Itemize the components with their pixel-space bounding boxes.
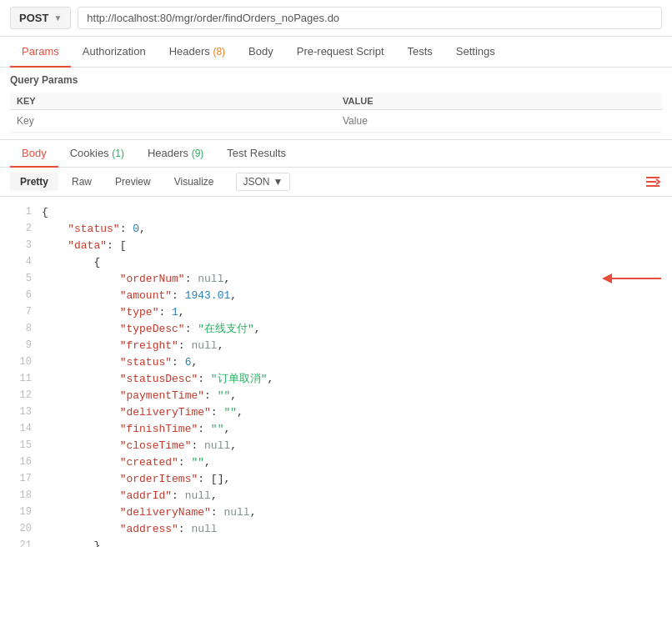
json-line: 5 "orderNum": null, xyxy=(0,270,672,287)
cookies-badge: (1) xyxy=(112,148,124,159)
line-content: "address": null xyxy=(42,523,665,535)
json-line: 10 "status": 6, xyxy=(0,354,672,370)
json-line: 11 "statusDesc": "订单取消", xyxy=(0,370,672,387)
format-type-label: JSON xyxy=(243,176,270,188)
line-number: 21 xyxy=(7,539,32,547)
line-number: 14 xyxy=(7,423,32,434)
line-content: "created": "", xyxy=(42,456,665,469)
json-line: 20 "address": null xyxy=(0,520,672,537)
json-line: 8 "typeDesc": "在线支付", xyxy=(0,320,672,337)
method-name: POST xyxy=(19,12,48,24)
json-line: 18 "addrId": null, xyxy=(0,487,672,504)
line-number: 20 xyxy=(7,523,32,534)
json-line: 16 "created": "", xyxy=(0,454,672,470)
line-content: "status": 6, xyxy=(42,356,665,369)
res-tab-headers[interactable]: Headers (9) xyxy=(136,140,215,168)
line-content: }, xyxy=(42,539,665,548)
url-input[interactable] xyxy=(78,7,662,29)
tab-body[interactable]: Body xyxy=(237,37,285,68)
json-line: 17 "orderItems": [], xyxy=(0,470,672,487)
tab-headers[interactable]: Headers (8) xyxy=(158,37,237,68)
annotation-arrow xyxy=(599,270,665,287)
line-content: "status": 0, xyxy=(42,223,665,235)
top-bar: POST ▼ xyxy=(0,0,672,37)
line-number: 10 xyxy=(7,356,32,368)
line-content: "amount": 1943.01, xyxy=(42,289,665,302)
line-content: "finishTime": "", xyxy=(42,423,665,435)
line-number: 18 xyxy=(7,489,32,501)
json-line: 2 "status": 0, xyxy=(0,220,672,237)
json-line: 14 "finishTime": "", xyxy=(0,420,672,437)
params-row-empty xyxy=(10,110,662,133)
line-number: 2 xyxy=(7,223,32,234)
res-tab-test-results[interactable]: Test Results xyxy=(215,140,298,168)
headers-badge: (8) xyxy=(213,46,225,58)
line-number: 7 xyxy=(7,306,32,318)
json-line: 12 "paymentTime": "", xyxy=(0,387,672,404)
json-line: 4 { xyxy=(0,253,672,270)
format-type-dropdown[interactable]: JSON ▼ xyxy=(236,173,291,191)
format-btn-pretty[interactable]: Pretty xyxy=(10,173,58,191)
line-content: "orderItems": [], xyxy=(42,473,665,485)
line-number: 12 xyxy=(7,389,32,401)
line-content: "paymentTime": "", xyxy=(42,389,665,402)
format-dropdown-arrow: ▼ xyxy=(273,176,283,188)
line-content: "deliveryName": null, xyxy=(42,506,665,519)
method-dropdown-arrow: ▼ xyxy=(53,13,62,23)
line-content: "closeTime": null, xyxy=(42,439,665,452)
line-number: 11 xyxy=(7,373,32,384)
response-tabs: Body Cookies (1) Headers (9) Test Result… xyxy=(0,140,672,168)
query-params-section: Query Params KEY VALUE xyxy=(0,68,672,140)
format-btn-visualize[interactable]: Visualize xyxy=(164,173,224,191)
line-number: 4 xyxy=(7,256,32,268)
line-number: 9 xyxy=(7,339,32,351)
line-number: 1 xyxy=(7,206,32,218)
line-number: 17 xyxy=(7,473,32,484)
json-line: 21 }, xyxy=(0,537,672,547)
tab-params[interactable]: Params xyxy=(10,37,71,68)
col-value-header: VALUE xyxy=(336,93,662,110)
line-content: { xyxy=(42,256,665,268)
line-number: 6 xyxy=(7,289,32,301)
res-tab-cookies[interactable]: Cookies (1) xyxy=(58,140,136,168)
res-headers-badge: (9) xyxy=(192,148,204,159)
params-key-input-cell xyxy=(10,110,336,133)
json-line: 6 "amount": 1943.01, xyxy=(0,287,672,303)
tab-settings[interactable]: Settings xyxy=(444,37,507,68)
format-bar: Pretty Raw Preview Visualize JSON ▼ xyxy=(0,168,672,197)
line-number: 5 xyxy=(7,273,32,284)
tab-pre-request-script[interactable]: Pre-request Script xyxy=(285,37,396,68)
wrap-icon[interactable] xyxy=(644,173,662,191)
params-value-input[interactable] xyxy=(343,115,655,127)
tab-authorization[interactable]: Authorization xyxy=(71,37,158,68)
line-number: 8 xyxy=(7,323,32,334)
res-tab-body[interactable]: Body xyxy=(10,140,58,168)
line-content: "data": [ xyxy=(42,239,665,252)
line-number: 19 xyxy=(7,506,32,518)
format-btn-preview[interactable]: Preview xyxy=(105,173,161,191)
json-line: 19 "deliveryName": null, xyxy=(0,504,672,520)
json-line: 3 "data": [ xyxy=(0,237,672,253)
line-content: "orderNum": null, xyxy=(42,273,585,285)
method-select[interactable]: POST ▼ xyxy=(10,7,71,29)
json-line: 1{ xyxy=(0,203,672,220)
line-number: 13 xyxy=(7,406,32,418)
line-content: "freight": null, xyxy=(42,339,665,352)
tab-tests[interactable]: Tests xyxy=(396,37,444,68)
json-body: 1{2 "status": 0,3 "data": [4 {5 "orderNu… xyxy=(0,197,672,547)
params-table: KEY VALUE xyxy=(10,93,662,133)
line-content: "addrId": null, xyxy=(42,489,665,502)
line-number: 15 xyxy=(7,439,32,451)
json-line: 7 "type": 1, xyxy=(0,303,672,320)
json-line: 9 "freight": null, xyxy=(0,337,672,354)
format-btn-raw[interactable]: Raw xyxy=(62,173,102,191)
request-tabs: Params Authorization Headers (8) Body Pr… xyxy=(0,37,672,68)
query-params-title: Query Params xyxy=(10,74,662,86)
line-content: "deliveryTime": "", xyxy=(42,406,665,419)
line-number: 16 xyxy=(7,456,32,468)
params-key-input[interactable] xyxy=(17,115,329,127)
wrap-svg-icon xyxy=(644,173,662,191)
json-line: 15 "closeTime": null, xyxy=(0,437,672,454)
line-content: "typeDesc": "在线支付", xyxy=(42,321,665,336)
json-line: 13 "deliveryTime": "", xyxy=(0,404,672,420)
